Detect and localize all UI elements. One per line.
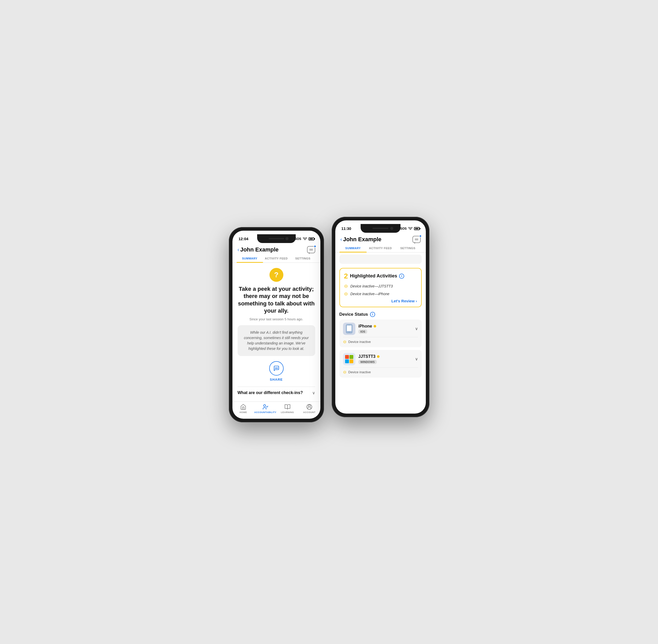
right-status-right: SOS xyxy=(400,227,419,230)
share-button[interactable]: SHARE xyxy=(238,361,315,382)
account-icon xyxy=(306,404,312,410)
left-chat-line-1 xyxy=(309,249,313,249)
right-tabs: SUMMARY ACTIVITY FEED SETTINGS xyxy=(335,244,426,253)
activity-text-2: Device inactive—iPhone xyxy=(350,292,390,296)
main-headline: Take a peek at your activity; there may … xyxy=(238,285,315,315)
home-icon xyxy=(240,404,246,410)
windows-inactive-icon: ⊖ xyxy=(343,370,346,374)
left-user-name: John Example xyxy=(240,246,279,253)
left-screen-content: ‹ John Example xyxy=(233,244,321,419)
right-screen-content: ‹ John Example xyxy=(335,234,426,414)
right-phone-notch xyxy=(360,224,400,233)
nav-learning-label: LEARNING xyxy=(281,411,294,414)
nav-home-label: HOME xyxy=(240,411,247,414)
lets-review-button[interactable]: Let's Review › xyxy=(344,299,417,303)
left-sos: SOS xyxy=(295,237,301,241)
iphone-device-icon xyxy=(346,324,353,334)
svg-point-3 xyxy=(264,405,266,407)
right-app-header: ‹ John Example xyxy=(335,234,426,244)
right-chat-lines xyxy=(415,239,418,240)
right-sos: SOS xyxy=(400,227,407,230)
right-back-chevron: ‹ xyxy=(341,236,342,242)
scene: 12:04 SOS xyxy=(229,217,430,428)
device-status-info-icon[interactable]: i xyxy=(370,312,375,317)
iphone-inactive-row: ⊖ Device inactive xyxy=(343,337,418,344)
windows-inactive-text: Device inactive xyxy=(348,370,371,374)
right-chat-line-1 xyxy=(415,239,418,239)
left-back-button[interactable]: ‹ John Example xyxy=(238,246,279,253)
right-chat-line-2 xyxy=(415,240,418,240)
share-icon-circle xyxy=(269,361,284,375)
win-quadrant-4 xyxy=(349,360,353,363)
iphone-status-dot xyxy=(374,325,376,327)
win-quadrant-3 xyxy=(345,360,349,363)
right-phone-screen: 11:30 SOS xyxy=(335,221,426,414)
left-phone-speaker xyxy=(269,238,284,239)
checkins-title: What are our different check-ins? xyxy=(238,390,303,395)
windows-collapse-btn[interactable]: ∨ xyxy=(415,356,418,362)
left-phone-camera xyxy=(285,237,288,240)
ai-message-text: While our A.I. didn't find anything conc… xyxy=(242,330,311,351)
highlighted-info-icon[interactable]: i xyxy=(399,274,404,279)
iphone-collapse-btn[interactable]: ∨ xyxy=(415,326,418,331)
left-tab-summary[interactable]: SUMMARY xyxy=(237,254,263,262)
right-tab-activity[interactable]: ACTIVITY FEED xyxy=(367,244,394,252)
highlighted-count: 2 xyxy=(344,272,348,280)
svg-point-0 xyxy=(275,368,276,368)
iphone-inactive-text: Device inactive xyxy=(348,340,371,344)
right-time: 11:30 xyxy=(342,226,351,231)
device-iphone-name: iPhone xyxy=(358,324,372,328)
left-phone-notch xyxy=(257,234,296,243)
nav-account[interactable]: ACCOUNT xyxy=(298,404,320,414)
left-phone: 12:04 SOS xyxy=(229,227,324,422)
device-card-iphone: iPhone IOS ∨ ⊖ Device inactive xyxy=(339,320,422,347)
right-phone-speaker xyxy=(373,228,389,229)
svg-rect-7 xyxy=(347,325,351,331)
highlighted-activities-card: 2 Highlighted Activities i ⊖ Device inac… xyxy=(339,268,422,307)
left-tabs: SUMMARY ACTIVITY FEED SETTINGS xyxy=(233,254,321,263)
device-iphone-name-row: iPhone xyxy=(358,324,376,328)
activity-icon-2: ⊖ xyxy=(344,291,348,297)
iphone-icon-box xyxy=(343,323,355,335)
left-chat-line-2 xyxy=(309,250,313,250)
left-back-chevron: ‹ xyxy=(238,247,239,253)
nav-accountability-label: ACCOUNTABILITY xyxy=(254,411,277,414)
nav-accountability[interactable]: ACCOUNTABILITY xyxy=(254,404,277,414)
device-iphone-os: IOS xyxy=(358,329,368,334)
win-quadrant-1 xyxy=(345,355,349,359)
right-user-name: John Example xyxy=(343,236,381,243)
device-windows-info: JJTSTT3 WINDOWS xyxy=(343,353,380,365)
left-chat-dot xyxy=(314,245,316,248)
activity-text-1: Device inactive—JJTSTT3 xyxy=(350,284,393,288)
left-bottom-nav: HOME ACCOUNTABILITY xyxy=(233,401,321,419)
device-iphone-details: iPhone IOS xyxy=(358,324,376,334)
left-app-header: ‹ John Example xyxy=(233,244,321,254)
left-time: 12:04 xyxy=(239,236,248,241)
right-tab-settings[interactable]: SETTINGS xyxy=(394,244,422,252)
nav-account-label: ACCOUNT xyxy=(303,411,316,414)
checkins-chevron: ∨ xyxy=(312,390,315,395)
device-iphone-info: iPhone IOS xyxy=(343,323,376,335)
left-tab-settings[interactable]: SETTINGS xyxy=(289,254,316,262)
right-chat-button[interactable] xyxy=(413,236,421,243)
device-card-windows-top: JJTSTT3 WINDOWS ∨ xyxy=(343,353,418,365)
device-card-iphone-top: iPhone IOS ∨ xyxy=(343,323,418,335)
highlighted-header: 2 Highlighted Activities i xyxy=(344,272,417,280)
left-tab-activity[interactable]: ACTIVITY FEED xyxy=(263,254,289,262)
svg-point-8 xyxy=(349,331,350,333)
svg-point-2 xyxy=(277,368,278,368)
left-chat-button[interactable] xyxy=(307,246,315,253)
left-status-right: SOS xyxy=(295,237,314,241)
right-search-bar[interactable] xyxy=(339,255,422,264)
checkins-row[interactable]: What are our different check-ins? ∨ xyxy=(238,387,315,399)
right-back-button[interactable]: ‹ John Example xyxy=(341,236,381,243)
left-phone-screen: 12:04 SOS xyxy=(233,231,321,419)
device-windows-name-row: JJTSTT3 xyxy=(358,354,380,359)
win-quadrant-2 xyxy=(349,355,353,359)
sub-text: Since your last session 5 hours ago. xyxy=(238,317,315,321)
accountability-icon xyxy=(262,404,268,410)
right-tab-summary[interactable]: SUMMARY xyxy=(339,244,367,252)
right-battery-icon xyxy=(414,227,420,230)
nav-learning[interactable]: LEARNING xyxy=(277,404,298,414)
nav-home[interactable]: HOME xyxy=(233,404,254,414)
